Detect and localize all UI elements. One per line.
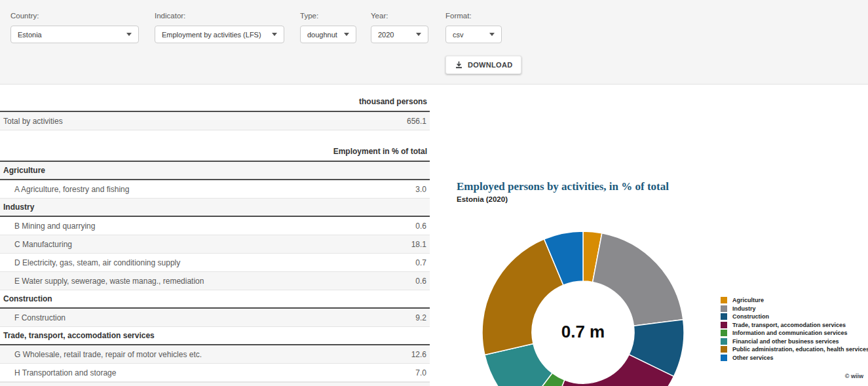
- table-row: B Mining and quarrying 0.6: [0, 217, 430, 235]
- employment-table: thousand persons Total by activities 656…: [0, 85, 430, 386]
- section-label: Construction: [0, 294, 52, 303]
- section-label: Agriculture: [0, 166, 45, 175]
- row-label: A Agriculture, forestry and fishing: [0, 185, 129, 194]
- table-row-partial: [0, 382, 430, 386]
- legend-swatch: [721, 330, 727, 336]
- row-label: B Mining and quarrying: [0, 222, 95, 231]
- country-select[interactable]: Estonia: [10, 26, 139, 43]
- section-header-agriculture: Agriculture: [0, 162, 430, 180]
- chart-subtitle: Estonia (2020): [457, 195, 669, 203]
- section-label: Trade, transport, accomodation services: [0, 331, 155, 340]
- year-select-value: 2020: [378, 31, 394, 39]
- legend-swatch: [721, 313, 727, 320]
- format-select-value: csv: [453, 31, 464, 39]
- table-row: F Construction 9.2: [0, 309, 430, 327]
- chart-title-block: Employed persons by activities, in % of …: [457, 180, 669, 203]
- year-filter-group: Year: 2020: [371, 12, 428, 43]
- legend-label: Other services: [732, 355, 774, 361]
- section-header-construction: Construction: [0, 290, 430, 309]
- caret-down-icon: [272, 33, 277, 36]
- unit-header-label: Employment in % of total: [333, 147, 427, 156]
- legend-item[interactable]: Other services: [721, 355, 868, 361]
- legend-item[interactable]: Trade, transport, accomodation services: [721, 322, 868, 328]
- doughnut-slice[interactable]: [593, 233, 683, 326]
- legend-label: Information and communication services: [732, 330, 848, 336]
- row-label: G Wholesale, retail trade, repair of mot…: [0, 350, 202, 359]
- legend-swatch: [721, 346, 727, 353]
- unit-header-label: thousand persons: [359, 97, 427, 106]
- chart-center-label: 0.7 m: [531, 322, 635, 342]
- legend-swatch: [721, 355, 727, 361]
- type-filter-group: Type: doughnut: [300, 12, 356, 43]
- year-label: Year:: [371, 12, 428, 20]
- row-label: H Transportation and storage: [0, 368, 116, 377]
- legend-swatch: [721, 338, 727, 345]
- country-label: Country:: [10, 12, 139, 20]
- row-value: 3.0: [415, 185, 430, 194]
- legend-label: Financial and other business services: [732, 338, 839, 345]
- row-value: 0.7: [415, 258, 430, 267]
- legend-item[interactable]: Information and communication services: [721, 330, 868, 336]
- row-value: 9.2: [415, 313, 430, 322]
- caret-down-icon: [416, 33, 421, 36]
- download-button-label: DOWNLOAD: [468, 61, 512, 69]
- legend-label: Public administration, education, health…: [732, 346, 868, 353]
- format-filter-group: Format: csv: [445, 12, 502, 43]
- legend-item[interactable]: Financial and other business services: [721, 338, 868, 345]
- table-row: H Transportation and storage 7.0: [0, 364, 430, 382]
- legend-item[interactable]: Public administration, education, health…: [721, 346, 868, 353]
- row-label: F Construction: [0, 313, 66, 322]
- indicator-select-value: Employment by activities (LFS): [162, 31, 261, 39]
- table-unit-header: Employment in % of total: [0, 141, 430, 162]
- download-icon: [455, 61, 463, 69]
- format-label: Format:: [445, 12, 502, 20]
- legend-label: Industry: [732, 305, 756, 312]
- main-content: thousand persons Total by activities 656…: [0, 85, 868, 385]
- row-value: 656.1: [407, 117, 430, 126]
- year-select[interactable]: 2020: [371, 26, 428, 43]
- type-select[interactable]: doughnut: [300, 26, 356, 43]
- legend-item[interactable]: Construction: [721, 313, 868, 320]
- legend-label: Trade, transport, accomodation services: [732, 322, 846, 328]
- legend-item[interactable]: Agriculture: [721, 297, 868, 303]
- table-row: E Water supply, sewerage, waste manag., …: [0, 272, 430, 290]
- filter-bar: Country: Estonia Indicator: Employment b…: [0, 0, 868, 85]
- legend-swatch: [721, 297, 727, 303]
- legend-item[interactable]: Industry: [721, 305, 868, 312]
- indicator-select[interactable]: Employment by activities (LFS): [155, 26, 284, 43]
- download-button[interactable]: DOWNLOAD: [445, 56, 521, 74]
- table-row: D Electricity, gas, steam, air condition…: [0, 254, 430, 272]
- section-label: Industry: [0, 203, 34, 212]
- indicator-filter-group: Indicator: Employment by activities (LFS…: [155, 12, 284, 43]
- chart-title: Employed persons by activities, in % of …: [457, 180, 669, 193]
- caret-down-icon: [126, 33, 132, 36]
- table-row-total: Total by activities 656.1: [0, 112, 430, 130]
- copyright-credit: © wiiw: [845, 373, 863, 379]
- row-label: D Electricity, gas, steam, air condition…: [0, 258, 180, 267]
- table-unit-header: thousand persons: [0, 85, 430, 112]
- row-value: 7.0: [415, 368, 430, 377]
- type-label: Type:: [300, 12, 356, 20]
- section-header-trade: Trade, transport, accomodation services: [0, 327, 430, 345]
- table-row: G Wholesale, retail trade, repair of mot…: [0, 345, 430, 364]
- caret-down-icon: [489, 33, 495, 36]
- section-header-industry: Industry: [0, 199, 430, 217]
- table-row: C Manufacturing 18.1: [0, 235, 430, 254]
- row-value: 18.1: [411, 240, 430, 249]
- table-row: A Agriculture, forestry and fishing 3.0: [0, 180, 430, 199]
- indicator-label: Indicator:: [155, 12, 284, 20]
- country-select-value: Estonia: [18, 31, 42, 39]
- chart-legend: Agriculture Industry Construction Trade,…: [721, 297, 868, 362]
- legend-label: Agriculture: [732, 297, 764, 303]
- table-spacer: [0, 130, 430, 141]
- row-value: 0.6: [415, 222, 430, 231]
- country-filter-group: Country: Estonia: [10, 12, 139, 43]
- legend-label: Construction: [732, 313, 769, 320]
- doughnut-chart[interactable]: [481, 229, 685, 386]
- format-select[interactable]: csv: [445, 26, 502, 43]
- row-label: C Manufacturing: [0, 240, 72, 249]
- legend-swatch: [721, 322, 727, 328]
- caret-down-icon: [344, 33, 349, 36]
- row-value: 0.6: [415, 277, 430, 286]
- type-select-value: doughnut: [307, 31, 337, 39]
